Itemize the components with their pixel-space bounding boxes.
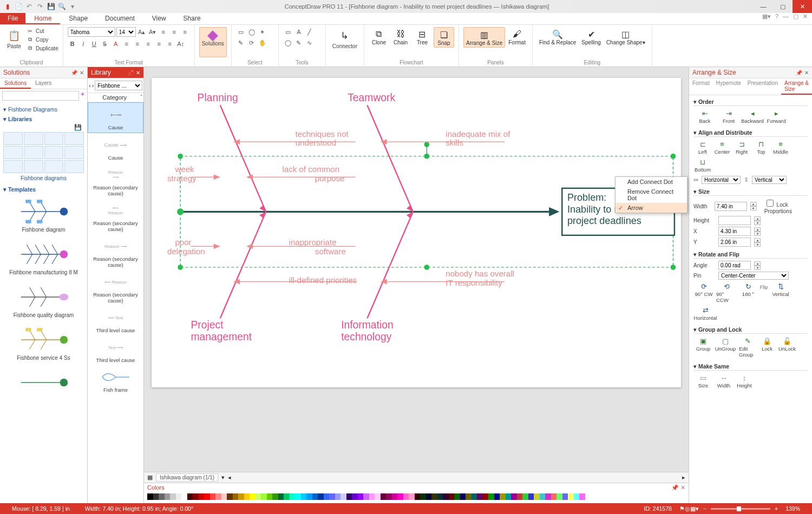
spin-up[interactable]: ▴ (754, 261, 761, 266)
lib-cell[interactable] (3, 160, 23, 173)
x-input[interactable] (718, 227, 751, 236)
color-swatch[interactable] (551, 493, 557, 500)
pin-select[interactable]: Center-Center (718, 272, 789, 280)
cm-arrow[interactable]: Arrow (615, 203, 687, 213)
color-swatch[interactable] (369, 493, 375, 500)
edit-icon[interactable]: ✎ (236, 38, 246, 48)
btn-align-right[interactable]: ⊐Right (732, 139, 751, 156)
angle-input[interactable] (718, 261, 751, 270)
ellipse-icon[interactable]: ◯ (283, 38, 293, 48)
btn-forward[interactable]: ▸Forward (765, 108, 788, 125)
btn-flip-v[interactable]: ⇅Vertical (770, 281, 791, 304)
color-swatch[interactable] (335, 493, 341, 500)
color-swatch[interactable] (244, 493, 250, 500)
format-panel-button[interactable]: 🖌Format (506, 27, 528, 48)
align-justify-icon[interactable]: ≡ (154, 39, 164, 49)
color-swatch[interactable] (466, 493, 472, 500)
color-swatch[interactable] (420, 493, 426, 500)
color-swatch[interactable] (454, 493, 460, 500)
btn-90ccw[interactable]: ⟲90° CCW (715, 281, 738, 304)
status-view-icon[interactable]: ▦▾ (690, 505, 699, 512)
template-item[interactable]: Fishbone service 4 Ss (2, 322, 85, 365)
help-icon[interactable]: ? (775, 13, 778, 24)
color-swatch[interactable] (517, 493, 523, 500)
zoom-out-icon[interactable]: − (703, 505, 706, 512)
status-target-icon[interactable]: ◎ (685, 505, 690, 512)
pin-icon[interactable]: 📌 (127, 70, 134, 76)
collapse-icon[interactable]: ˆ (140, 94, 142, 101)
btn-same-width[interactable]: ↔Width (714, 373, 734, 390)
color-swatch[interactable] (324, 493, 330, 500)
sec-rotate[interactable]: Rotate and Flip (693, 251, 808, 259)
color-swatch[interactable] (409, 493, 415, 500)
spin-down[interactable]: ▾ (750, 206, 757, 210)
color-swatch[interactable] (477, 493, 483, 500)
color-swatch[interactable] (500, 493, 506, 500)
rtab-hypernote[interactable]: Hypernote (713, 78, 744, 95)
arrange-panel-button[interactable]: ▥Arrange & Size (463, 27, 505, 48)
tab-view[interactable]: View (143, 13, 175, 24)
color-swatch[interactable] (568, 493, 574, 500)
qat-new-icon[interactable]: ▮ (3, 2, 12, 11)
color-swatch[interactable] (528, 493, 534, 500)
color-swatch[interactable] (204, 493, 210, 500)
qat-save-icon[interactable]: 💾 (47, 2, 55, 11)
lasso-icon[interactable]: ◯ (247, 27, 257, 37)
template-item[interactable]: Fishbone quality diagram (2, 280, 85, 322)
lib-item-reason1[interactable]: Reason⟶Reason (secondary cause) (88, 163, 143, 199)
tab-home[interactable]: Home (25, 13, 60, 24)
sec-group[interactable]: Group and Lock (693, 326, 808, 334)
btn-same-height[interactable]: ↕Height (735, 373, 754, 390)
ribbon-min-icon[interactable]: — (783, 13, 789, 24)
close-panel-icon[interactable]: ✕ (680, 484, 685, 491)
pointer-icon[interactable]: ▭ (236, 27, 246, 37)
lib-cell[interactable] (24, 132, 43, 145)
spin-down[interactable]: ▾ (754, 242, 761, 247)
btn-90cw[interactable]: ⟳90° CW (693, 281, 714, 304)
paste-button[interactable]: 📋 Paste (4, 27, 24, 52)
tab-document[interactable]: Document (96, 13, 143, 24)
search-icon[interactable]: ✶ (80, 91, 85, 101)
color-swatch[interactable] (215, 493, 221, 500)
color-swatch[interactable] (181, 493, 187, 500)
spin-up[interactable]: ▴ (750, 202, 757, 206)
pencil-icon[interactable]: ✎ (294, 38, 304, 48)
spin-down[interactable]: ▾ (754, 232, 761, 236)
btn-lock[interactable]: 🔒Lock (758, 336, 776, 359)
color-swatch[interactable] (170, 493, 176, 500)
color-swatch[interactable] (392, 493, 398, 500)
lib-cell[interactable] (64, 146, 84, 159)
bone-pm[interactable] (220, 212, 266, 318)
dist-h-select[interactable]: Horizontal (702, 176, 741, 184)
lib-cell[interactable] (3, 132, 23, 145)
text-icon[interactable]: A (294, 27, 304, 37)
spin-up[interactable]: ▴ (754, 238, 761, 242)
sec-make[interactable]: Make Same (693, 363, 808, 371)
close-panel-icon[interactable]: ✕ (136, 70, 140, 76)
maximize-button[interactable]: ▢ (773, 0, 793, 13)
color-swatch[interactable] (386, 493, 392, 500)
lib-cell[interactable] (64, 132, 84, 145)
color-swatch[interactable] (574, 493, 580, 500)
close-button[interactable]: ✕ (793, 0, 812, 13)
color-swatch[interactable] (483, 493, 489, 500)
color-swatch[interactable] (340, 493, 346, 500)
connector-button[interactable]: ↳ Connector (330, 27, 359, 50)
color-swatch[interactable] (233, 493, 239, 500)
lib-item-third1[interactable]: ⟵ TextThird level cause (88, 306, 143, 335)
color-swatch[interactable] (534, 493, 540, 500)
lib-item-reason2[interactable]: ⟵ReasonReason (secondary cause) (88, 199, 143, 234)
color-swatch[interactable] (147, 493, 153, 500)
shrink-font-icon[interactable]: A▾ (148, 27, 158, 37)
rtab-presentation[interactable]: Presentation (744, 78, 781, 95)
color-swatch[interactable] (187, 493, 193, 500)
color-swatch[interactable] (159, 493, 165, 500)
sec-order[interactable]: Order (693, 98, 808, 106)
ribbon-close-icon[interactable]: ✕ (803, 13, 808, 24)
btn-group[interactable]: ▣Group (693, 336, 713, 359)
color-swatch[interactable] (437, 493, 443, 500)
color-strip[interactable] (144, 492, 689, 501)
save-lib-icon[interactable]: 💾 (74, 124, 82, 130)
color-swatch[interactable] (397, 493, 403, 500)
color-swatch[interactable] (312, 493, 318, 500)
